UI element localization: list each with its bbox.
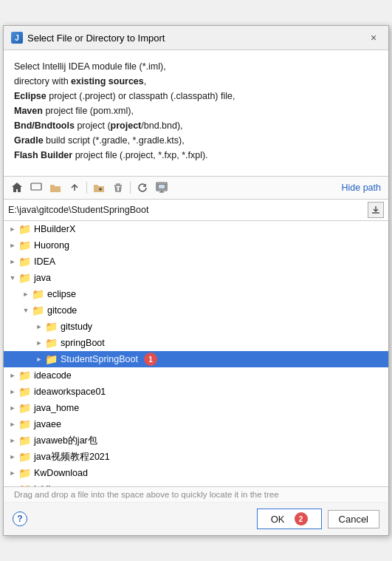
- tree-item-label: HBuilderX: [34, 224, 75, 234]
- tree-item-label: javaee: [34, 419, 61, 429]
- drag-hint: Drag and drop a file into the space abov…: [4, 487, 388, 503]
- file-tree[interactable]: ►📁HBuilderX►📁Huorong►📁IDEA▼📁java►📁eclips…: [4, 221, 388, 487]
- tree-item-label: IDEA: [34, 256, 55, 267]
- path-input[interactable]: [8, 205, 368, 215]
- tree-item[interactable]: ▼📁java: [4, 270, 388, 286]
- expand-icon[interactable]: ►: [33, 321, 45, 333]
- folder-icon: 📁: [18, 272, 31, 284]
- folder-icon: 📁: [32, 305, 44, 316]
- tree-item[interactable]: ►📁Huorong: [4, 237, 388, 254]
- tree-item[interactable]: ►📁StudentSpringBoot1: [4, 351, 388, 367]
- help-button[interactable]: ?: [13, 511, 27, 526]
- new-folder-button[interactable]: [90, 179, 108, 197]
- tree-item-label: java: [34, 273, 51, 283]
- ok-badge: 2: [295, 512, 308, 526]
- folder-icon: 📁: [18, 467, 31, 479]
- expand-icon[interactable]: ►: [7, 370, 18, 381]
- tree-item[interactable]: ►📁leidian: [4, 481, 388, 487]
- tree-item[interactable]: ►📁eclipse: [4, 286, 388, 302]
- item-badge: 1: [144, 353, 157, 366]
- expand-icon[interactable]: ▼: [7, 272, 18, 284]
- svg-rect-0: [31, 183, 41, 190]
- desktop-button[interactable]: [153, 179, 171, 197]
- tree-item[interactable]: ►📁ideacode: [4, 367, 388, 384]
- tree-item-label: springBoot: [61, 338, 105, 348]
- folder-icon: 📁: [18, 386, 31, 398]
- tree-item-label: java视频教程2021: [34, 451, 110, 463]
- tree-item[interactable]: ►📁ideaworkspace01: [4, 384, 388, 400]
- folder-icon: 📁: [45, 321, 58, 333]
- tree-item-label: ideacode: [34, 370, 72, 381]
- folder-icon: 📁: [18, 418, 31, 430]
- cancel-button[interactable]: Cancel: [328, 510, 379, 528]
- expand-icon[interactable]: ►: [33, 337, 45, 349]
- tree-item-label: javaweb的jar包: [34, 435, 97, 447]
- description-area: Select Intellij IDEA module file (*.iml)…: [4, 50, 388, 176]
- expand-icon[interactable]: ►: [7, 402, 18, 414]
- tree-item-label: gitstudy: [61, 322, 92, 332]
- home-button[interactable]: [8, 179, 26, 197]
- expand-icon[interactable]: ►: [7, 451, 18, 463]
- folder-icon: 📁: [18, 451, 31, 463]
- expand-icon[interactable]: ►: [7, 418, 18, 430]
- expand-icon[interactable]: ►: [7, 239, 18, 251]
- close-button[interactable]: ×: [366, 30, 381, 45]
- tree-item-label: eclipse: [47, 289, 76, 299]
- tree-item-label: java_home: [34, 403, 79, 413]
- tree-item-label: gitcode: [47, 305, 77, 316]
- tree-item[interactable]: ►📁IDEA: [4, 254, 388, 270]
- footer-actions: OK 2 Cancel: [257, 509, 379, 529]
- expand-icon[interactable]: ►: [7, 435, 18, 446]
- folder-icon: 📁: [45, 337, 58, 349]
- up-button[interactable]: [66, 179, 83, 197]
- title-bar-left: J Select File or Directory to Import: [11, 32, 165, 44]
- folder-icon: 📁: [18, 435, 31, 446]
- tree-item[interactable]: ►📁springBoot: [4, 335, 388, 351]
- expand-icon[interactable]: ►: [7, 223, 18, 235]
- tree-item[interactable]: ►📁KwDownload: [4, 465, 388, 481]
- toolbar-separator-2: [130, 182, 131, 194]
- tree-item[interactable]: ►📁java视频教程2021: [4, 449, 388, 465]
- dialog-icon: J: [11, 32, 23, 44]
- delete-button[interactable]: [109, 179, 127, 197]
- tree-item[interactable]: ►📁gitstudy: [4, 319, 388, 335]
- folder-icon: 📁: [18, 223, 31, 235]
- svg-rect-2: [158, 184, 165, 189]
- title-bar: J Select File or Directory to Import ×: [4, 26, 388, 50]
- refresh-button[interactable]: [134, 179, 151, 197]
- dialog-title: Select File or Directory to Import: [27, 33, 165, 44]
- hide-path-button[interactable]: Hide path: [338, 181, 384, 194]
- tree-item-label: ideaworkspace01: [34, 387, 106, 397]
- folder-icon: 📁: [18, 370, 31, 381]
- folder-icon: 📁: [18, 239, 31, 251]
- tree-item-label: KwDownload: [34, 468, 88, 478]
- expand-icon[interactable]: ►: [33, 353, 45, 365]
- ok-button[interactable]: OK 2: [257, 509, 322, 529]
- expand-icon[interactable]: ►: [20, 288, 32, 300]
- tree-item[interactable]: ►📁HBuilderX: [4, 221, 388, 237]
- folder-icon: 📁: [18, 402, 31, 414]
- folder-icon: 📁: [45, 353, 58, 365]
- expand-icon[interactable]: ▼: [20, 305, 32, 316]
- tree-item[interactable]: ►📁java_home: [4, 400, 388, 416]
- expand-icon[interactable]: ►: [7, 256, 18, 268]
- footer: ? OK 2 Cancel: [4, 503, 388, 535]
- expand-icon[interactable]: ►: [7, 467, 18, 479]
- tree-item-label: Huorong: [34, 240, 69, 251]
- toolbar: Hide path: [4, 176, 388, 200]
- folder-icon: 📁: [18, 256, 31, 268]
- path-bar: [4, 200, 388, 221]
- tree-item[interactable]: ►📁javaee: [4, 416, 388, 432]
- tree-item[interactable]: ►📁javaweb的jar包: [4, 432, 388, 449]
- toolbar-separator-1: [86, 182, 87, 194]
- expand-icon[interactable]: ►: [7, 386, 18, 398]
- dialog: J Select File or Directory to Import × S…: [3, 25, 389, 536]
- tree-item-label: StudentSpringBoot: [61, 354, 138, 364]
- computer-button[interactable]: [27, 179, 45, 197]
- path-download-button[interactable]: [368, 202, 384, 218]
- tree-item[interactable]: ▼📁gitcode: [4, 302, 388, 319]
- folder-icon: 📁: [32, 288, 44, 300]
- folder-button[interactable]: [47, 179, 64, 197]
- description-text: Select Intellij IDEA module file (*.iml)…: [14, 59, 378, 163]
